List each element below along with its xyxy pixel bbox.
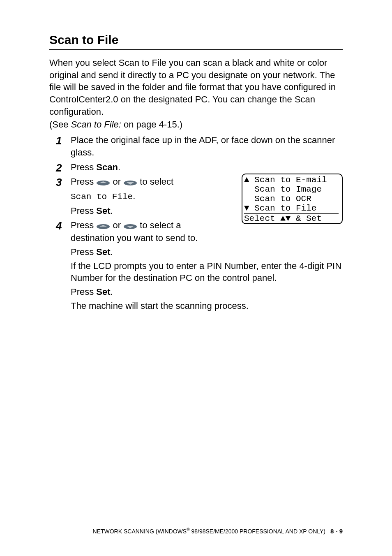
to-select-label: to select [137,176,173,187]
nav-down-icon [123,220,137,232]
lcd-row-select: Select ▲▼ & Set [244,213,339,223]
step-4-line1: Press or to select a destination you wan… [71,219,210,244]
step-4-final: The machine will start the scanning proc… [71,300,343,312]
set-button-label: Set [96,206,110,216]
registered-icon: ® [187,527,189,532]
press-label: Press [71,162,96,172]
see-italic: Scan to File: [71,119,121,130]
press-label: Press [71,287,96,297]
step-2-text: Press Scan. [71,161,343,174]
step-4-press-set2: Press Set. [71,286,343,298]
nav-up-icon [96,220,110,232]
see-prefix: (See [49,119,71,130]
step-1-text: Place the original face up in the ADF, o… [71,134,343,158]
step-2: 2 Press Scan. [56,161,343,175]
lcd-row: Scan to Image [244,185,339,194]
step-number: 2 [56,161,71,174]
lcd-row: ▼ Scan to File [244,204,339,213]
step-number: 4 [56,219,71,232]
footer-text-b: 98/98SE/ME/2000 PROFESSIONAL AND XP ONLY… [190,528,325,535]
footer-text-a: NETWORK SCANNING (WINDOWS [93,528,187,535]
press-label: Press [71,206,96,216]
period: . [118,162,120,172]
period: . [111,287,113,297]
period: . [111,206,113,216]
see-suffix: on page 4-15.) [121,119,182,130]
scan-button-label: Scan [96,162,118,172]
set-button-label: Set [96,287,110,297]
scan-to-file-mono: Scan to File [71,192,133,202]
lcd-row: Scan to OCR [244,194,339,204]
press-label: Press [71,247,96,257]
lcd-display: ▲ Scan to E-mail Scan to Image Scan to O… [242,174,343,224]
nav-down-icon [123,176,137,189]
step-4-press-set1: Press Set. [71,246,343,258]
page-footer: NETWORK SCANNING (WINDOWS® 98/98SE/ME/20… [49,527,343,535]
period: . [133,191,135,201]
or-label: or [110,176,123,187]
or-label: or [110,220,123,230]
step-3-line1: Press or to select [71,176,194,188]
press-label: Press [71,220,96,230]
section-heading: Scan to File [49,33,343,50]
step-number: 1 [56,134,71,147]
step-3-mono: Scan to File. [71,190,194,203]
press-label: Press [71,176,96,187]
intro-paragraph: When you select Scan to File you can sca… [49,57,343,118]
set-button-label: Set [96,247,110,257]
step-4-pin: If the LCD prompts you to enter a PIN Nu… [71,260,343,284]
step-3-press-set: Press Set. [71,205,194,217]
see-reference: (See Scan to File: on page 4-15.) [49,118,343,131]
page-number: 8 - 9 [330,528,343,535]
step-1: 1 Place the original face up in the ADF,… [56,134,343,160]
lcd-row: ▲ Scan to E-mail [244,175,339,185]
step-number: 3 [56,176,71,188]
period: . [111,247,113,257]
nav-up-icon [96,176,110,189]
step-4: 4 Press or to select a destination you w… [56,219,343,313]
